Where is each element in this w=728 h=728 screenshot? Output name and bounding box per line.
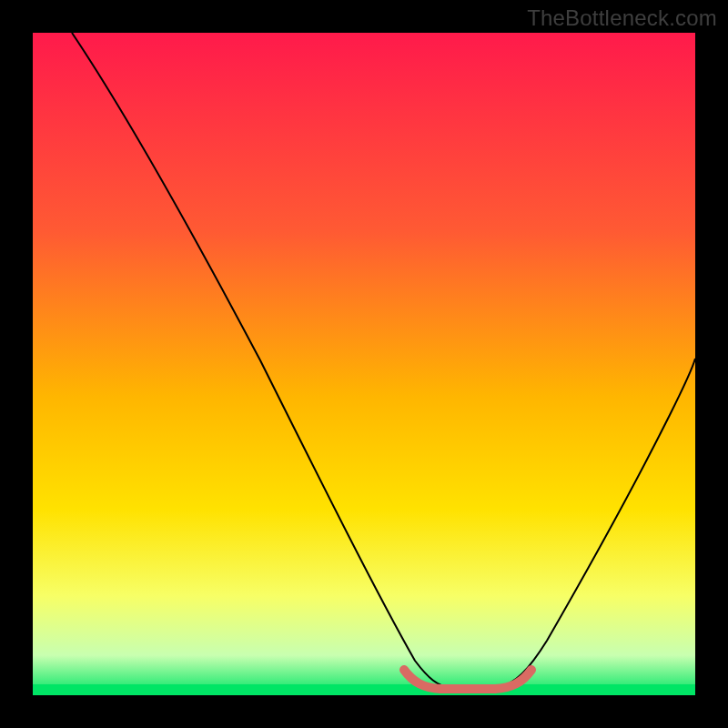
watermark-text: TheBottleneck.com bbox=[527, 5, 717, 31]
bottleneck-curve bbox=[72, 33, 695, 688]
chart-overlay bbox=[33, 33, 695, 695]
green-floor bbox=[33, 684, 695, 695]
chart-frame: TheBottleneck.com bbox=[0, 0, 728, 728]
plot-area bbox=[33, 33, 695, 695]
optimal-band bbox=[404, 670, 531, 689]
